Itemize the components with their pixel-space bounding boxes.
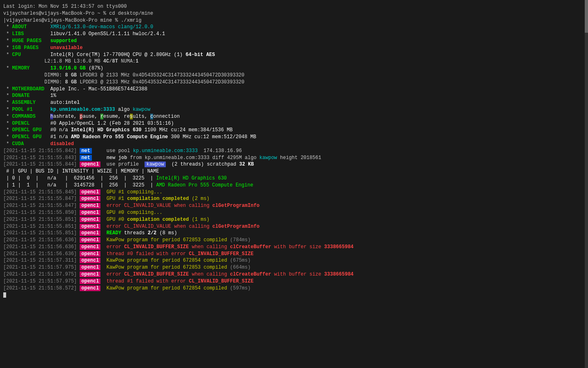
log-line-1: [2021-11-15 21:51:55.842] net use pool k… (3, 148, 585, 155)
table-row-1: | 1 | 1 | n/a | 3145728 | 256 | 3225 | A… (3, 182, 585, 189)
pool1-line: * POOL #1 kp.unmineable.com:3333 algo ka… (3, 106, 585, 113)
donate-line: * DONATE 1% (3, 92, 585, 99)
log-line-15: [2021-11-15 21:51:57.975] opencl KawPow … (3, 264, 585, 271)
login-line: Last login: Mon Nov 15 21:43:57 on ttys0… (3, 3, 585, 10)
1gbpages-line: * 1GB PAGES unavailable (3, 45, 585, 52)
log-line-12: [2021-11-15 21:51:56.636] opencl error C… (3, 244, 585, 251)
log-line-8: [2021-11-15 21:51:55.851] opencl GPU #0 … (3, 216, 585, 223)
memory-line: * MEMORY 13.9/16.0 GB (87%) (3, 65, 585, 72)
scrollbar-thumb[interactable] (585, 0, 588, 33)
log-line-16: [2021-11-15 21:51:57.975] opencl error C… (3, 271, 585, 278)
log-line-14: [2021-11-15 21:51:57.311] opencl KawPow … (3, 257, 585, 264)
log-line-6: [2021-11-15 21:51:55.847] opencl error C… (3, 202, 585, 209)
cmd1-line: vijaycharles@vijays-MacBook-Pro ~ % cd d… (3, 10, 585, 17)
log-line-2: [2021-11-15 21:51:55.843] net new job fr… (3, 155, 585, 162)
log-line-9: [2021-11-15 21:51:55.851] opencl error C… (3, 223, 585, 230)
cpu-line: * CPU Intel(R) Core(TM) i7-7700HQ CPU @ … (3, 52, 585, 58)
table-row-0: | 0 | 0 | n/a | 6291456 | 256 | 3225 | I… (3, 175, 585, 182)
dimm1-line: DIMM0: 8 GB LPDDR3 @ 2133 MHz 0x4D543532… (3, 79, 585, 86)
opencl-line: * OPENCL #0 Apple/OpenCL 1.2 (Feb 28 202… (3, 120, 585, 127)
commands-line: * COMMANDS hashrate, pause, resume, resu… (3, 113, 585, 120)
log-line-4: [2021-11-15 21:51:55.845] opencl GPU #1 … (3, 189, 585, 196)
cuda-line: * CUDA disabled (3, 141, 585, 148)
log-line-7: [2021-11-15 21:51:55.850] opencl GPU #0 … (3, 209, 585, 216)
log-line-3: [2021-11-15 21:51:55.844] opencl use pro… (3, 161, 585, 168)
log-line-13: [2021-11-15 21:51:56.636] opencl thread … (3, 251, 585, 258)
about-line: * ABOUT XMRig/6.13.0-dev-macos clang/12.… (3, 24, 585, 31)
hugepages-line: * HUGE PAGES supported (3, 38, 585, 45)
log-line-17: [2021-11-15 21:51:57.975] opencl thread … (3, 278, 585, 285)
scrollbar[interactable] (585, 0, 588, 368)
cmd2-line: |vijaycharles@vijays-MacBook-Pro mine % … (3, 17, 585, 24)
dimm0-line: DIMM0: 8 GB LPDDR3 @ 2133 MHz 0x4D543532… (3, 72, 585, 79)
cpu2-line: L2:1.8 MB L3:6.0 MB 4C/8T NUMA:1 (3, 58, 585, 65)
log-line-5: [2021-11-15 21:51:55.847] opencl GPU #1 … (3, 195, 585, 202)
assembly-line: * ASSEMBLY auto:intel (3, 99, 585, 106)
cursor-line (3, 292, 585, 298)
table-header: # | GPU | BUS ID | INTENSITY | WSIZE | M… (3, 168, 585, 175)
log-line-18: [2021-11-15 21:51:58.572] opencl KawPow … (3, 285, 585, 292)
log-line-10: [2021-11-15 21:51:55.851] opencl READY t… (3, 230, 585, 237)
terminal: Last login: Mon Nov 15 21:43:57 on ttys0… (3, 3, 585, 298)
opencl-gpu1-line: * OPENCL GPU #1 n/a AMD Radeon Pro 555 C… (3, 134, 585, 141)
motherboard-line: * MOTHERBOARD Apple Inc. - Mac-551B86E57… (3, 86, 585, 93)
libs-line: * LIBS libuv/1.41.0 OpenSSL/1.1.1i hwloc… (3, 31, 585, 38)
log-line-11: [2021-11-15 21:51:56.636] opencl KawPow … (3, 237, 585, 244)
opencl-gpu0-line: * OPENCL GPU #0 n/a Intel(R) HD Graphics… (3, 127, 585, 134)
